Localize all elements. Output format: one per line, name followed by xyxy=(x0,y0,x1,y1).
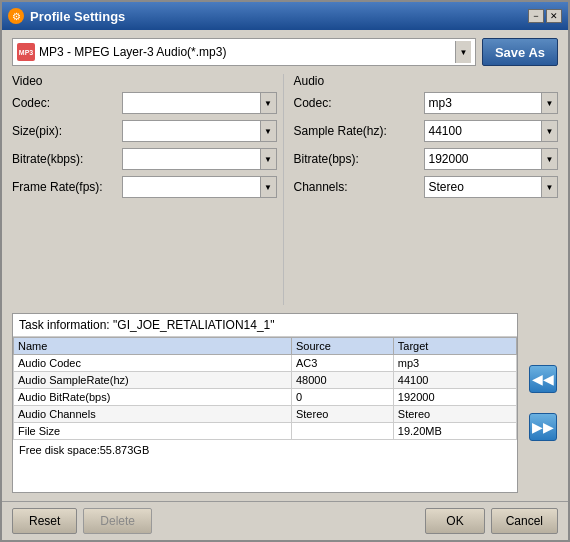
task-info-container: Task information: "GI_JOE_RETALIATION14_… xyxy=(12,313,518,493)
format-row: MP3 MP3 - MPEG Layer-3 Audio(*.mp3) ▼ Sa… xyxy=(12,38,558,66)
window-title: Profile Settings xyxy=(30,9,528,24)
cell-target: Stereo xyxy=(393,406,516,423)
video-codec-row: Codec: ▼ xyxy=(12,92,277,114)
audio-bitrate-arrow[interactable]: ▼ xyxy=(541,149,557,169)
cell-name: Audio Channels xyxy=(14,406,292,423)
audio-bitrate-label: Bitrate(bps): xyxy=(294,152,424,166)
cell-source: Stereo xyxy=(291,406,393,423)
ok-button[interactable]: OK xyxy=(425,508,484,534)
task-info-box: Task information: "GI_JOE_RETALIATION14_… xyxy=(12,313,518,493)
title-bar: ⚙ Profile Settings − ✕ xyxy=(2,2,568,30)
profile-settings-window: ⚙ Profile Settings − ✕ MP3 MP3 - MPEG La… xyxy=(0,0,570,542)
window-icon: ⚙ xyxy=(8,8,24,24)
audio-samplerate-arrow[interactable]: ▼ xyxy=(541,121,557,141)
audio-channels-label: Channels: xyxy=(294,180,424,194)
free-disk-text: Free disk space:55.873GB xyxy=(13,440,517,460)
audio-codec-dropdown[interactable]: mp3 ▼ xyxy=(424,92,559,114)
video-bitrate-row: Bitrate(kbps): ▼ xyxy=(12,148,277,170)
format-dropdown[interactable]: MP3 MP3 - MPEG Layer-3 Audio(*.mp3) ▼ xyxy=(12,38,476,66)
video-panel: Video Codec: ▼ Size(pix): ▼ Bit xyxy=(12,74,284,305)
format-dropdown-arrow[interactable]: ▼ xyxy=(455,41,471,63)
format-text: MP3 - MPEG Layer-3 Audio(*.mp3) xyxy=(39,45,455,59)
audio-bitrate-value: 192000 xyxy=(429,152,554,166)
audio-samplerate-value: 44100 xyxy=(429,124,554,138)
audio-codec-arrow[interactable]: ▼ xyxy=(541,93,557,113)
video-bitrate-label: Bitrate(kbps): xyxy=(12,152,122,166)
video-codec-dropdown[interactable]: ▼ xyxy=(122,92,277,114)
video-codec-label: Codec: xyxy=(12,96,122,110)
cell-target: 19.20MB xyxy=(393,423,516,440)
col-target: Target xyxy=(393,338,516,355)
cell-target: 44100 xyxy=(393,372,516,389)
bottom-bar: Reset Delete OK Cancel xyxy=(2,501,568,540)
audio-label: Audio xyxy=(294,74,559,88)
col-source: Source xyxy=(291,338,393,355)
video-size-label: Size(pix): xyxy=(12,124,122,138)
cell-target: mp3 xyxy=(393,355,516,372)
task-info-row: Task information: "GI_JOE_RETALIATION14_… xyxy=(12,313,558,493)
table-row: File Size19.20MB xyxy=(14,423,517,440)
video-size-dropdown[interactable]: ▼ xyxy=(122,120,277,142)
audio-channels-row: Channels: Stereo ▼ xyxy=(294,176,559,198)
audio-bitrate-row: Bitrate(bps): 192000 ▼ xyxy=(294,148,559,170)
video-codec-arrow[interactable]: ▼ xyxy=(260,93,276,113)
audio-bitrate-dropdown[interactable]: 192000 ▼ xyxy=(424,148,559,170)
cell-source: AC3 xyxy=(291,355,393,372)
next-arrow-button[interactable]: ▶▶ xyxy=(529,413,557,441)
task-table: Name Source Target Audio CodecAC3mp3Audi… xyxy=(13,337,517,440)
audio-panel: Audio Codec: mp3 ▼ Sample Rate(hz): 4410… xyxy=(284,74,559,305)
window-controls: − ✕ xyxy=(528,9,562,23)
cell-source: 0 xyxy=(291,389,393,406)
video-framerate-dropdown[interactable]: ▼ xyxy=(122,176,277,198)
close-button[interactable]: ✕ xyxy=(546,9,562,23)
task-title: Task information: "GI_JOE_RETALIATION14_… xyxy=(13,314,517,337)
cell-source: 48000 xyxy=(291,372,393,389)
table-row: Audio ChannelsStereoStereo xyxy=(14,406,517,423)
video-framerate-row: Frame Rate(fps): ▼ xyxy=(12,176,277,198)
audio-channels-dropdown[interactable]: Stereo ▼ xyxy=(424,176,559,198)
audio-samplerate-label: Sample Rate(hz): xyxy=(294,124,424,138)
minimize-button[interactable]: − xyxy=(528,9,544,23)
save-as-button[interactable]: Save As xyxy=(482,38,558,66)
col-name: Name xyxy=(14,338,292,355)
table-row: Audio BitRate(bps)0192000 xyxy=(14,389,517,406)
audio-samplerate-row: Sample Rate(hz): 44100 ▼ xyxy=(294,120,559,142)
video-size-row: Size(pix): ▼ xyxy=(12,120,277,142)
video-label: Video xyxy=(12,74,277,88)
cell-name: Audio BitRate(bps) xyxy=(14,389,292,406)
audio-codec-label: Codec: xyxy=(294,96,424,110)
audio-codec-value: mp3 xyxy=(429,96,554,110)
cell-name: Audio Codec xyxy=(14,355,292,372)
audio-samplerate-dropdown[interactable]: 44100 ▼ xyxy=(424,120,559,142)
reset-button[interactable]: Reset xyxy=(12,508,77,534)
cancel-button[interactable]: Cancel xyxy=(491,508,558,534)
settings-panels: Video Codec: ▼ Size(pix): ▼ Bit xyxy=(12,74,558,305)
prev-arrow-button[interactable]: ◀◀ xyxy=(529,365,557,393)
video-framerate-arrow[interactable]: ▼ xyxy=(260,177,276,197)
table-header-row: Name Source Target xyxy=(14,338,517,355)
cell-source xyxy=(291,423,393,440)
audio-codec-row: Codec: mp3 ▼ xyxy=(294,92,559,114)
video-framerate-label: Frame Rate(fps): xyxy=(12,180,122,194)
table-row: Audio SampleRate(hz)4800044100 xyxy=(14,372,517,389)
audio-channels-value: Stereo xyxy=(429,180,554,194)
content-area: MP3 MP3 - MPEG Layer-3 Audio(*.mp3) ▼ Sa… xyxy=(2,30,568,501)
cell-target: 192000 xyxy=(393,389,516,406)
video-size-arrow[interactable]: ▼ xyxy=(260,121,276,141)
table-row: Audio CodecAC3mp3 xyxy=(14,355,517,372)
delete-button[interactable]: Delete xyxy=(83,508,152,534)
video-bitrate-arrow[interactable]: ▼ xyxy=(260,149,276,169)
video-bitrate-dropdown[interactable]: ▼ xyxy=(122,148,277,170)
audio-channels-arrow[interactable]: ▼ xyxy=(541,177,557,197)
cell-name: Audio SampleRate(hz) xyxy=(14,372,292,389)
format-icon: MP3 xyxy=(17,43,35,61)
side-arrows: ◀◀ ▶▶ xyxy=(528,313,558,493)
cell-name: File Size xyxy=(14,423,292,440)
